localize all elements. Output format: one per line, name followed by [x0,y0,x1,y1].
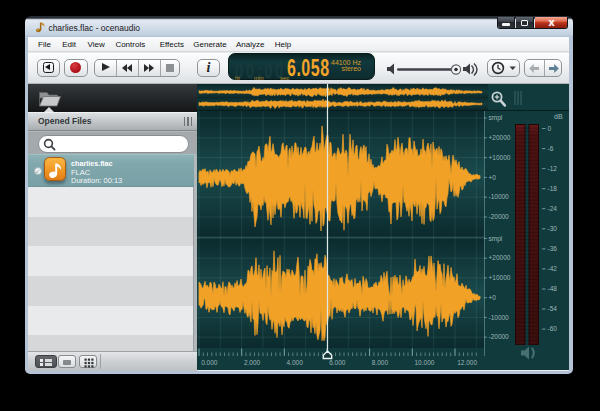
svg-text:+10000: +10000 [489,274,511,281]
svg-text:+0: +0 [489,294,497,301]
svg-text:-6: -6 [548,145,554,152]
svg-text:6.000: 6.000 [329,359,346,366]
svg-text:-54: -54 [548,305,558,312]
svg-text:-24: -24 [548,205,558,212]
svg-text:-42: -42 [548,265,558,272]
svg-text:+10000: +10000 [489,154,511,161]
svg-text:-60: -60 [548,325,558,332]
svg-text:-48: -48 [548,285,558,292]
svg-text:-10000: -10000 [489,193,510,200]
svg-text:-10000: -10000 [489,314,510,321]
svg-text:10.000: 10.000 [415,359,435,366]
svg-text:+20000: +20000 [489,134,511,141]
svg-text:-20000: -20000 [489,213,510,220]
svg-text:-18: -18 [548,185,558,192]
svg-text:2.000: 2.000 [244,359,261,366]
svg-text:smpl: smpl [489,114,503,122]
svg-text:+20000: +20000 [489,254,511,261]
svg-text:-30: -30 [548,225,558,232]
svg-text:12.000: 12.000 [457,359,477,366]
svg-text:-36: -36 [548,245,558,252]
svg-text:-20000: -20000 [489,333,510,340]
svg-text:0: 0 [548,125,552,132]
svg-text:4.000: 4.000 [287,359,304,366]
svg-text:+0: +0 [489,174,497,181]
svg-text:dB: dB [554,113,563,120]
svg-text:8.000: 8.000 [372,359,389,366]
svg-text:-12: -12 [548,165,558,172]
svg-text:0.000: 0.000 [201,359,218,366]
svg-text:smpl: smpl [489,235,503,243]
